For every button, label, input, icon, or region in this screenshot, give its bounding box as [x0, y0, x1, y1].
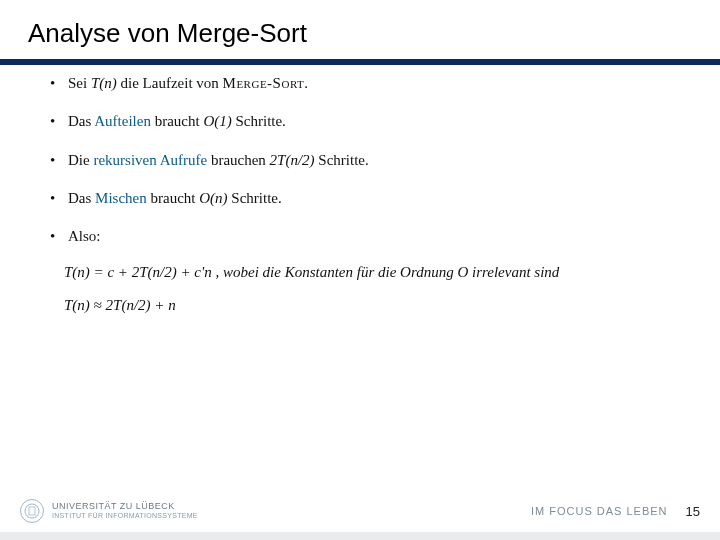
text: Schritte.	[232, 113, 286, 129]
math: T(n)	[91, 75, 117, 91]
list-item: Sei T(n) die Laufzeit von Merge-Sort.	[50, 73, 680, 93]
text: Sei	[68, 75, 91, 91]
math: O(1)	[203, 113, 231, 129]
svg-rect-1	[29, 507, 35, 515]
svg-point-0	[25, 504, 39, 518]
bullet-list: Sei T(n) die Laufzeit von Merge-Sort. Da…	[50, 73, 680, 246]
accent-text: Mischen	[95, 190, 147, 206]
text: Schritte.	[315, 152, 369, 168]
page-number: 15	[686, 504, 700, 519]
formula-block: T(n) = c + 2T(n/2) + c'n , wobei die Kon…	[50, 264, 680, 314]
motto: IM FOCUS DAS LEBEN	[531, 505, 668, 517]
university-block: UNIVERSITÄT ZU LÜBECK INSTITUT FÜR INFOR…	[52, 502, 198, 520]
text: die Laufzeit von	[117, 75, 223, 91]
text: braucht	[151, 113, 203, 129]
footer-right: IM FOCUS DAS LEBEN 15	[531, 504, 700, 519]
text: Das	[68, 113, 94, 129]
footer: UNIVERSITÄT ZU LÜBECK INSTITUT FÜR INFOR…	[0, 496, 720, 526]
text: Die	[68, 152, 93, 168]
text: Das	[68, 190, 95, 206]
content-area: Sei T(n) die Laufzeit von Merge-Sort. Da…	[0, 73, 720, 540]
list-item: Das Mischen braucht O(n) Schritte.	[50, 188, 680, 208]
formula-line-1: T(n) = c + 2T(n/2) + c'n , wobei die Kon…	[64, 264, 680, 281]
math: 2T(n/2)	[270, 152, 315, 168]
footer-left: UNIVERSITÄT ZU LÜBECK INSTITUT FÜR INFOR…	[20, 499, 198, 523]
list-item: Das Aufteilen braucht O(1) Schritte.	[50, 111, 680, 131]
text: Also:	[68, 228, 101, 244]
accent-text: Aufteilen	[94, 113, 151, 129]
accent-text: rekursiven Aufrufe	[93, 152, 207, 168]
text: braucht	[147, 190, 199, 206]
university-seal-icon	[20, 499, 44, 523]
text: .	[304, 75, 308, 91]
slide-title: Analyse von Merge-Sort	[0, 0, 720, 59]
bottom-bar	[0, 532, 720, 540]
math: O(n)	[199, 190, 227, 206]
list-item: Also:	[50, 226, 680, 246]
smallcaps: Merge-Sort	[223, 75, 305, 91]
slide: Analyse von Merge-Sort Sei T(n) die Lauf…	[0, 0, 720, 540]
institute-name: INSTITUT FÜR INFORMATIONSSYSTEME	[52, 512, 198, 520]
formula-line-2: T(n) ≈ 2T(n/2) + n	[64, 297, 680, 314]
text: brauchen	[207, 152, 269, 168]
title-rule	[0, 59, 720, 65]
list-item: Die rekursiven Aufrufe brauchen 2T(n/2) …	[50, 150, 680, 170]
university-name: UNIVERSITÄT ZU LÜBECK	[52, 502, 198, 512]
text: Schritte.	[228, 190, 282, 206]
